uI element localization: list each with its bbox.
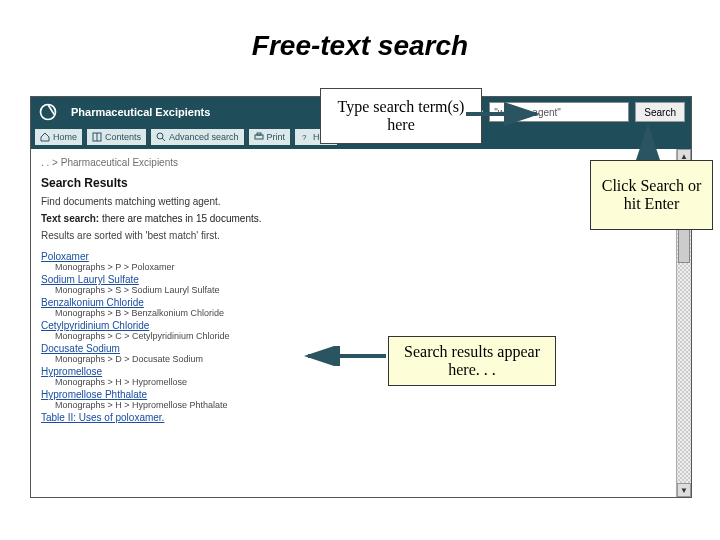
result-item: Hypromellose Phthalate Monographs > H > … xyxy=(41,389,681,410)
result-link[interactable]: Poloxamer xyxy=(41,251,681,262)
result-path: Monographs > C > Cetylpyridinium Chlorid… xyxy=(55,331,681,341)
page-title: Search Results xyxy=(41,176,681,190)
arrow-icon xyxy=(636,122,666,162)
callout-results-here: Search results appear here. . . xyxy=(388,336,556,386)
breadcrumb[interactable]: . . > Pharmaceutical Excipients xyxy=(41,157,681,168)
tab-advanced-search[interactable]: Advanced search xyxy=(151,129,244,145)
sort-note: Results are sorted with 'best match' fir… xyxy=(41,230,681,241)
app-window: Pharmaceutical Excipients Quick search S… xyxy=(30,96,692,498)
result-link[interactable]: Hypromellose xyxy=(41,366,681,377)
tab-home[interactable]: Home xyxy=(35,129,82,145)
svg-text:?: ? xyxy=(302,133,307,142)
svg-rect-5 xyxy=(255,135,263,139)
result-item: Cetylpyridinium Chloride Monographs > C … xyxy=(41,320,681,341)
app-name: Pharmaceutical Excipients xyxy=(65,106,221,118)
text-search-label: Text search: xyxy=(41,213,99,224)
result-link[interactable]: Benzalkonium Chloride xyxy=(41,297,681,308)
result-path: Monographs > S > Sodium Lauryl Sulfate xyxy=(55,285,681,295)
result-path: Monographs > H > Hypromellose xyxy=(55,377,681,387)
scroll-down-button[interactable]: ▼ xyxy=(677,483,691,497)
result-item: Sodium Lauryl Sulfate Monographs > S > S… xyxy=(41,274,681,295)
result-link[interactable]: Table II: Uses of poloxamer. xyxy=(41,412,681,423)
result-item: Benzalkonium Chloride Monographs > B > B… xyxy=(41,297,681,318)
result-link[interactable]: Hypromellose Phthalate xyxy=(41,389,681,400)
callout-click-search: Click Search or hit Enter xyxy=(590,160,713,230)
tab-label: Print xyxy=(267,132,286,142)
tab-label: Contents xyxy=(105,132,141,142)
svg-line-4 xyxy=(162,138,165,141)
tab-label: Advanced search xyxy=(169,132,239,142)
result-link[interactable]: Sodium Lauryl Sulfate xyxy=(41,274,681,285)
result-item: Hypromellose Monographs > H > Hypromello… xyxy=(41,366,681,387)
tab-contents[interactable]: Contents xyxy=(87,129,146,145)
question-icon: ? xyxy=(300,132,310,142)
result-item: Table II: Uses of poloxamer. xyxy=(41,412,681,423)
tab-print[interactable]: Print xyxy=(249,129,291,145)
result-path: Monographs > B > Benzalkonium Chloride xyxy=(55,308,681,318)
callout-type-here: Type search term(s) here xyxy=(320,88,482,144)
result-path: Monographs > P > Poloxamer xyxy=(55,262,681,272)
book-icon xyxy=(92,132,102,142)
search-button[interactable]: Search xyxy=(635,102,685,122)
slide-title: Free-text search xyxy=(0,30,720,62)
text-search-count: there are matches in 15 documents. xyxy=(99,213,261,224)
magnifier-icon xyxy=(156,132,166,142)
result-path: Monographs > H > Hypromellose Phthalate xyxy=(55,400,681,410)
result-link[interactable]: Cetylpyridinium Chloride xyxy=(41,320,681,331)
arrow-icon xyxy=(300,346,390,366)
result-item: Poloxamer Monographs > P > Poloxamer xyxy=(41,251,681,272)
arrow-icon xyxy=(466,100,546,130)
app-logo-icon xyxy=(31,97,65,127)
svg-rect-6 xyxy=(257,133,261,135)
results-list: Poloxamer Monographs > P > Poloxamer Sod… xyxy=(41,251,681,423)
result-text-search: Text search: there are matches in 15 doc… xyxy=(41,213,681,224)
result-summary: Find documents matching wetting agent. xyxy=(41,196,681,207)
printer-icon xyxy=(254,132,264,142)
tab-label: Home xyxy=(53,132,77,142)
home-icon xyxy=(40,132,50,142)
